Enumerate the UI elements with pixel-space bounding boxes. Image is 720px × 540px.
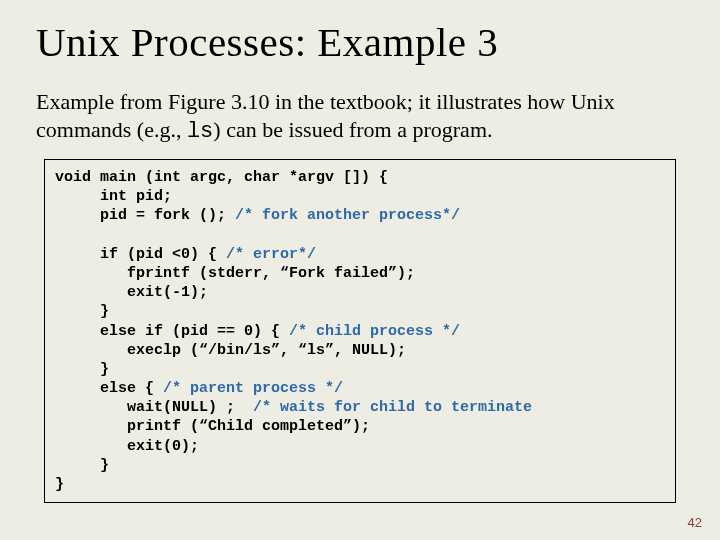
code-line: } [55, 361, 109, 378]
code-line: } [55, 457, 109, 474]
code-line: void main (int argc, char *argv []) { [55, 169, 388, 186]
slide-description: Example from Figure 3.10 in the textbook… [36, 88, 684, 145]
desc-text-after: ) can be issued from a program. [213, 117, 492, 142]
code-comment: /* fork another process*/ [235, 207, 460, 224]
slide-title: Unix Processes: Example 3 [36, 18, 684, 66]
code-comment: /* error*/ [226, 246, 316, 263]
desc-monospace-command: ls [187, 119, 213, 144]
code-line: printf (“Child completed”); [55, 418, 370, 435]
code-comment: /* child process */ [289, 323, 460, 340]
page-number: 42 [688, 515, 702, 530]
code-line: pid = fork (); [55, 207, 235, 224]
code-comment: /* parent process */ [163, 380, 343, 397]
code-line: } [55, 476, 64, 493]
code-line: wait(NULL) ; [55, 399, 253, 416]
code-line: } [55, 303, 109, 320]
code-line: exit(0); [55, 438, 199, 455]
slide: Unix Processes: Example 3 Example from F… [0, 0, 720, 540]
code-line: else if (pid == 0) { [55, 323, 289, 340]
code-line: exit(-1); [55, 284, 208, 301]
code-comment: /* waits for child to terminate [253, 399, 532, 416]
code-line: int pid; [55, 188, 172, 205]
code-line: execlp (“/bin/ls”, “ls”, NULL); [55, 342, 406, 359]
code-line: fprintf (stderr, “Fork failed”); [55, 265, 415, 282]
code-line: else { [55, 380, 163, 397]
code-block: void main (int argc, char *argv []) { in… [44, 159, 676, 503]
code-line: if (pid <0) { [55, 246, 226, 263]
